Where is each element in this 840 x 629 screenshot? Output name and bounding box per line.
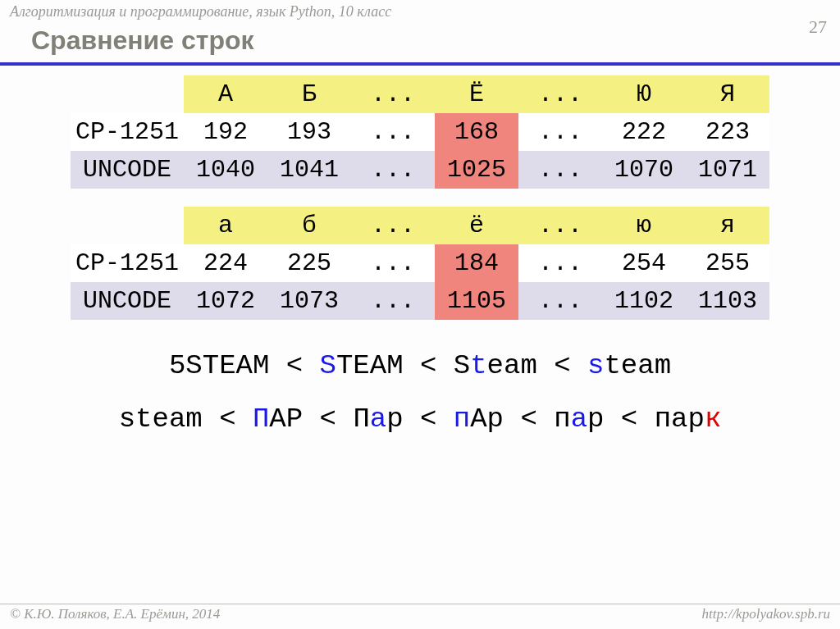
slide-footer: © К.Ю. Поляков, Е.А. Ерёмин, 2014 http:/… [0,604,840,624]
comparison-segment: eam < [487,350,587,381]
code-cell: ... [351,113,435,151]
header-cell: а [184,207,267,244]
row-label: UNCODE [71,282,184,320]
comparison-segment: п [454,403,470,435]
header-cell: Б [267,75,351,113]
comparison-segment: 5STEAM < [169,350,320,381]
comparison-segment: П [253,403,269,435]
header-cell: А [184,75,267,113]
comparison-line-1: steam < ПАР < Пар < пАр < пар < парк [0,393,840,446]
comparison-segment: а [370,403,386,435]
code-cell: 1041 [267,151,351,189]
comparison-segment: s [587,350,604,381]
header-cell: ... [518,75,602,113]
code-cell: 254 [602,244,686,282]
code-cell: ... [351,244,435,282]
copyright-text: © К.Ю. Поляков, Е.А. Ерёмин, 2014 [10,606,220,622]
comparison-segment: TEAM < S [336,350,470,381]
course-title: Алгоритмизация и программирование, язык … [10,3,391,20]
string-comparison-examples: 5STEAM < STEAM < Steam < steamsteam < ПА… [0,340,840,445]
row-label: CP-1251 [71,113,184,151]
comparison-segment: АР < П [269,403,369,435]
header-cell: Ё [435,75,518,113]
code-cell: ... [351,151,435,189]
comparison-segment: р < [386,403,454,435]
code-cell: 1105 [435,282,518,320]
code-cell: 184 [435,244,518,282]
header-cell: Ю [602,75,686,113]
comparison-segment: а [571,403,587,435]
code-cell: ... [518,113,602,151]
comparison-segment: р < пар [587,403,705,435]
comparison-segment: к [705,403,721,435]
code-cell: 168 [435,113,518,151]
code-cell: ... [351,282,435,320]
code-cell: ... [518,282,602,320]
comparison-segment: Ар < п [470,403,570,435]
code-cell: 1102 [602,282,686,320]
header-blank [71,207,184,244]
header-cell: ю [602,207,686,244]
header-cell: я [686,207,769,244]
slide-content: АБ...Ё...ЮЯCP-1251192193...168...222223U… [0,66,840,445]
header-cell: ... [351,207,435,244]
comparison-segment: team [604,350,671,381]
row-label: CP-1251 [71,244,184,282]
header-blank [71,75,184,113]
comparison-segment: t [470,350,486,381]
code-cell: 1103 [686,282,769,320]
encoding-table-0: АБ...Ё...ЮЯCP-1251192193...168...222223U… [71,75,769,189]
comparison-segment: S [320,350,336,381]
header-cell: Я [686,75,769,113]
code-cell: 222 [602,113,686,151]
code-cell: 1071 [686,151,769,189]
code-cell: 1070 [602,151,686,189]
code-cell: 1072 [184,282,267,320]
header-cell: ... [518,207,602,244]
comparison-segment: steam < [119,403,253,435]
code-cell: 255 [686,244,769,282]
code-cell: 225 [267,244,351,282]
header-cell: б [267,207,351,244]
code-cell: 1040 [184,151,267,189]
comparison-line-0: 5STEAM < STEAM < Steam < steam [0,340,840,393]
slide-title: Сравнение строк [0,22,840,62]
code-cell: 223 [686,113,769,151]
row-label: UNCODE [71,151,184,189]
code-cell: 193 [267,113,351,151]
encoding-table-1: аб...ё...юяCP-1251224225...184...254255U… [71,207,769,320]
code-cell: 1073 [267,282,351,320]
code-cell: 224 [184,244,267,282]
header-cell: ё [435,207,518,244]
slide-header: Алгоритмизация и программирование, язык … [0,0,840,22]
footer-url: http://kpolyakov.spb.ru [702,606,830,622]
code-cell: ... [518,151,602,189]
encoding-tables: АБ...Ё...ЮЯCP-1251192193...168...222223U… [0,75,840,320]
code-cell: 192 [184,113,267,151]
code-cell: ... [518,244,602,282]
code-cell: 1025 [435,151,518,189]
header-cell: ... [351,75,435,113]
